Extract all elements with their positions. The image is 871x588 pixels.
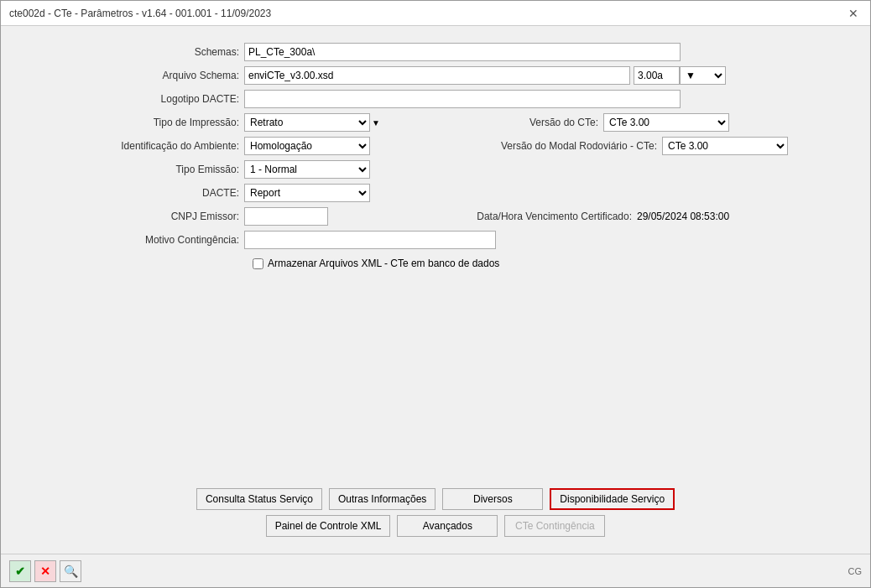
confirm-button[interactable]: ✔ <box>9 560 31 582</box>
tipo-impressao-versao-row: Tipo de Impressão: Retrato Paisagem ▼ Ve… <box>26 113 845 132</box>
bottom-right-label: CG <box>848 566 863 576</box>
motivo-input[interactable] <box>244 231 496 249</box>
main-window: cte002d - CTe - Parâmetros - v1.64 - 001… <box>0 0 871 588</box>
identificacao-select[interactable]: Homologação Produção <box>244 137 370 155</box>
cnpj-label: CNPJ Emissor: <box>26 211 244 222</box>
motivo-row: Motivo Contingência: <box>26 231 845 249</box>
disponibilidade-button[interactable]: Disponibilidade Serviço <box>550 488 675 510</box>
window-title: cte002d - CTe - Parâmetros - v1.64 - 001… <box>9 8 271 19</box>
tipo-emissao-row: Tipo Emissão: 1 - Normal 2 - Contingênci… <box>26 160 845 179</box>
schemas-row: Schemas: <box>26 43 845 61</box>
search-icon: 🔍 <box>64 565 78 578</box>
title-bar: cte002d - CTe - Parâmetros - v1.64 - 001… <box>1 1 870 26</box>
buttons-area: Consulta Status Serviço Outras Informaçõ… <box>26 488 845 537</box>
versao-modal-label: Versão do Modal Rodoviário - CTe: <box>436 140 662 152</box>
versao-cte-label: Versão do CTe: <box>436 117 603 128</box>
tipo-impressao-select[interactable]: Retrato Paisagem <box>244 113 370 132</box>
identificacao-label: Identificação do Ambiente: <box>26 140 244 152</box>
btn-row-1: Consulta Status Serviço Outras Informaçõ… <box>196 488 675 510</box>
main-content: Schemas: Arquivo Schema: ▼ Logotipo DACT… <box>1 26 870 554</box>
cancel-bottom-button[interactable]: ✕ <box>34 560 56 582</box>
version-text-input[interactable] <box>634 66 680 85</box>
cross-icon: ✕ <box>40 565 50 578</box>
form-area: Schemas: Arquivo Schema: ▼ Logotipo DACT… <box>26 43 845 463</box>
versao-cte-col: Versão do CTe: CTe 3.00 <box>436 113 845 132</box>
painel-controle-button[interactable]: Painel de Controle XML <box>266 515 391 537</box>
dacte-select[interactable]: Report <box>244 184 370 202</box>
motivo-label: Motivo Contingência: <box>26 234 244 246</box>
logotipo-input[interactable] <box>244 90 681 108</box>
bottom-bar: ✔ ✕ 🔍 CG <box>1 554 870 587</box>
tipo-emissao-select[interactable]: 1 - Normal 2 - Contingência <box>244 160 370 179</box>
bottom-icons: ✔ ✕ 🔍 <box>9 560 81 582</box>
outras-informacoes-button[interactable]: Outras Informações <box>329 488 436 510</box>
tipo-emissao-label: Tipo Emissão: <box>26 164 244 175</box>
version-select[interactable]: ▼ <box>680 66 726 85</box>
data-hora-label: Data/Hora Vencimento Certificado: <box>436 211 637 222</box>
diversos-button[interactable]: Diversos <box>442 488 543 510</box>
check-icon: ✔ <box>15 565 25 578</box>
arquivo-schema-row: Arquivo Schema: ▼ <box>26 66 845 85</box>
datahora-col: Data/Hora Vencimento Certificado: 29/05/… <box>436 211 845 222</box>
armazenar-xml-checkbox[interactable] <box>253 258 263 269</box>
dacte-row: DACTE: Report <box>26 184 845 202</box>
identificacao-col: Identificação do Ambiente: Homologação P… <box>26 137 436 155</box>
versao-cte-select[interactable]: CTe 3.00 <box>603 113 729 132</box>
logotipo-label: Logotipo DACTE: <box>26 93 244 105</box>
versao-modal-col: Versão do Modal Rodoviário - CTe: CTe 3.… <box>436 137 845 155</box>
cnpj-datahora-row: CNPJ Emissor: Data/Hora Vencimento Certi… <box>26 207 845 226</box>
cnpj-input[interactable] <box>244 207 328 226</box>
checkbox-row: Armazenar Arquivos XML - CTe em banco de… <box>26 258 845 269</box>
search-bottom-button[interactable]: 🔍 <box>60 560 81 582</box>
identificacao-versao-modal-row: Identificação do Ambiente: Homologação P… <box>26 137 845 155</box>
cnpj-col: CNPJ Emissor: <box>26 207 436 226</box>
consulta-status-button[interactable]: Consulta Status Serviço <box>196 488 322 510</box>
dacte-label: DACTE: <box>26 187 244 199</box>
armazenar-xml-label[interactable]: Armazenar Arquivos XML - CTe em banco de… <box>268 258 499 269</box>
avancados-button[interactable]: Avançados <box>397 515 498 537</box>
versao-modal-select[interactable]: CTe 3.00 <box>662 137 788 155</box>
cte-contingencia-button[interactable]: CTe Contingência <box>504 515 605 537</box>
btn-row-2: Painel de Controle XML Avançados CTe Con… <box>266 515 606 537</box>
data-hora-value: 29/05/2024 08:53:00 <box>637 211 729 222</box>
tipo-impressao-col: Tipo de Impressão: Retrato Paisagem ▼ <box>26 113 436 132</box>
tipo-impressao-label: Tipo de Impressão: <box>26 117 244 128</box>
schemas-label: Schemas: <box>26 46 244 58</box>
close-button[interactable]: ✕ <box>845 7 862 20</box>
logotipo-row: Logotipo DACTE: <box>26 90 845 108</box>
schemas-input[interactable] <box>244 43 681 61</box>
arquivo-schema-input[interactable] <box>244 66 630 85</box>
arquivo-schema-label: Arquivo Schema: <box>26 70 244 81</box>
